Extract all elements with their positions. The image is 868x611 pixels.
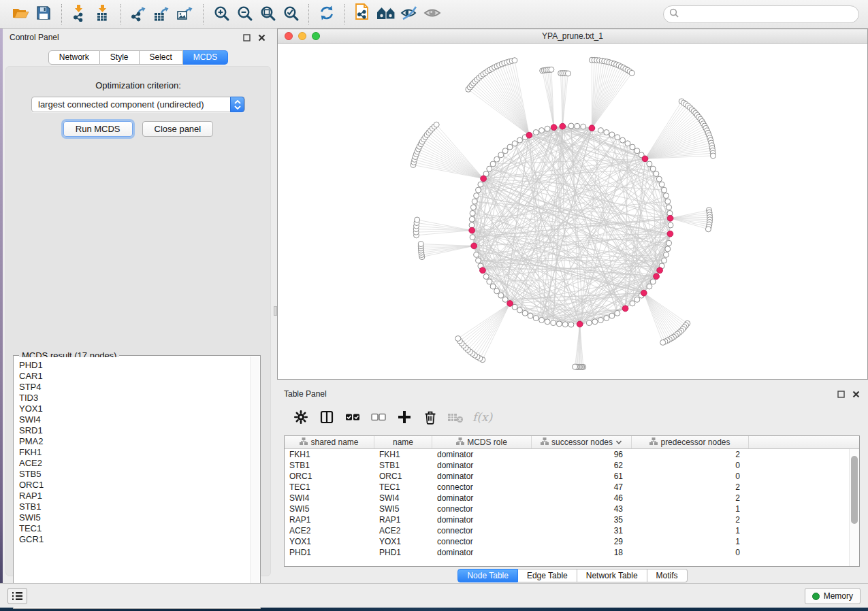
- memory-button[interactable]: Memory: [805, 588, 861, 604]
- float-panel-icon[interactable]: [241, 32, 252, 43]
- search-input[interactable]: [682, 10, 858, 19]
- table-cell[interactable]: 61: [532, 471, 632, 482]
- run-mcds-button[interactable]: Run MCDS: [63, 121, 133, 137]
- network-graph[interactable]: [278, 44, 867, 379]
- deselect-all-rows-button[interactable]: [367, 407, 389, 429]
- result-list-item[interactable]: ACE2: [19, 458, 250, 469]
- optimization-criterion-select[interactable]: largest connected component (undirected): [31, 97, 245, 112]
- result-list-item[interactable]: FKH1: [19, 447, 250, 458]
- table-cell[interactable]: 2: [632, 449, 749, 460]
- column-header-predecessor-nodes[interactable]: predecessor nodes: [632, 436, 749, 448]
- table-cell[interactable]: 46: [532, 493, 632, 503]
- table-cell[interactable]: 1: [632, 536, 749, 547]
- table-cell[interactable]: 2: [632, 514, 749, 525]
- table-cell[interactable]: dominator: [432, 493, 532, 503]
- tab-mcds[interactable]: MCDS: [183, 50, 228, 65]
- table-cell[interactable]: 29: [532, 536, 632, 547]
- close-panel-button[interactable]: Close panel: [142, 121, 214, 137]
- import-table-button[interactable]: [91, 3, 114, 25]
- table-cell[interactable]: YOX1: [374, 536, 432, 547]
- table-row[interactable]: TEC1TEC1connector472: [285, 482, 859, 493]
- table-cell[interactable]: 96: [532, 449, 632, 460]
- table-cell[interactable]: ACE2: [285, 525, 374, 536]
- result-list-item[interactable]: PMA2: [19, 436, 250, 447]
- table-row[interactable]: YOX1YOX1connector291: [285, 536, 859, 547]
- table-cell[interactable]: ORC1: [285, 471, 374, 482]
- close-window-icon[interactable]: [285, 32, 293, 40]
- table-cell[interactable]: 47: [532, 482, 632, 493]
- export-image-button[interactable]: [174, 3, 197, 25]
- new-network-button[interactable]: [351, 3, 374, 25]
- result-list-item[interactable]: TEC1: [19, 523, 250, 534]
- maximize-window-icon[interactable]: [312, 32, 320, 40]
- tab-motifs[interactable]: Motifs: [647, 569, 688, 582]
- table-cell[interactable]: 2: [632, 493, 749, 503]
- result-list-item[interactable]: YOX1: [19, 403, 250, 414]
- table-row[interactable]: ACE2ACE2connector311: [285, 525, 859, 536]
- tab-network[interactable]: Network: [48, 50, 100, 65]
- result-list-item[interactable]: STB1: [19, 501, 250, 512]
- table-cell[interactable]: RAP1: [374, 514, 432, 525]
- table-cell[interactable]: 18: [532, 547, 632, 558]
- table-row[interactable]: STB1STB1dominator620: [285, 460, 859, 471]
- find-network-button[interactable]: [374, 3, 398, 25]
- open-file-button[interactable]: [9, 3, 32, 25]
- apply-layout-button[interactable]: [315, 3, 338, 25]
- table-cell[interactable]: PHD1: [285, 547, 374, 558]
- tab-style[interactable]: Style: [100, 50, 140, 65]
- table-cell[interactable]: connector: [432, 482, 532, 493]
- table-cell[interactable]: 1: [632, 525, 749, 536]
- table-cell[interactable]: dominator: [432, 471, 532, 482]
- zoom-selected-button[interactable]: [279, 3, 302, 25]
- add-column-button[interactable]: [393, 407, 415, 429]
- zoom-fit-button[interactable]: [256, 3, 279, 25]
- show-columns-button[interactable]: [315, 407, 338, 429]
- close-table-panel-icon[interactable]: [850, 389, 861, 399]
- result-list-item[interactable]: PHD1: [19, 360, 250, 371]
- zoom-in-button[interactable]: [210, 3, 233, 25]
- table-row[interactable]: PHD1PHD1dominator180: [285, 547, 859, 558]
- result-list-item[interactable]: STB5: [19, 469, 250, 480]
- show-graphics-details-button[interactable]: [421, 3, 444, 25]
- export-network-button[interactable]: [127, 3, 150, 25]
- table-cell[interactable]: 0: [632, 460, 749, 471]
- table-cell[interactable]: FKH1: [285, 449, 374, 460]
- table-cell[interactable]: dominator: [432, 449, 532, 460]
- table-cell[interactable]: 0: [632, 547, 749, 558]
- table-cell[interactable]: connector: [432, 536, 532, 547]
- delete-column-button[interactable]: [419, 407, 441, 429]
- table-cell[interactable]: dominator: [432, 514, 532, 525]
- task-history-button[interactable]: [7, 588, 27, 604]
- result-list-item[interactable]: SWI5: [19, 512, 250, 523]
- result-list-item[interactable]: SRD1: [19, 425, 250, 436]
- table-row[interactable]: SWI5SWI5connector431: [285, 503, 859, 514]
- table-cell[interactable]: RAP1: [285, 514, 374, 525]
- import-network-button[interactable]: [68, 3, 91, 25]
- table-cell[interactable]: SWI4: [374, 493, 432, 503]
- table-cell[interactable]: SWI5: [374, 503, 432, 514]
- close-panel-icon[interactable]: [256, 32, 267, 43]
- table-cell[interactable]: STB1: [285, 460, 374, 471]
- result-list-item[interactable]: RAP1: [19, 491, 250, 501]
- network-window-titlebar[interactable]: YPA_prune.txt_1: [278, 29, 867, 44]
- float-table-panel-icon[interactable]: [835, 389, 846, 399]
- result-list-item[interactable]: SWI4: [19, 414, 250, 425]
- hide-graphics-details-button[interactable]: [398, 3, 421, 25]
- column-header-mcds-role[interactable]: MCDS role: [432, 436, 532, 448]
- table-cell[interactable]: 2: [632, 482, 749, 493]
- tab-node-table[interactable]: Node Table: [457, 569, 518, 582]
- save-session-button[interactable]: [32, 3, 55, 25]
- network-canvas[interactable]: [278, 44, 867, 379]
- table-cell[interactable]: 35: [532, 514, 632, 525]
- table-cell[interactable]: 43: [532, 503, 632, 514]
- table-row[interactable]: RAP1RAP1dominator352: [285, 514, 859, 525]
- minimize-window-icon[interactable]: [298, 32, 306, 40]
- result-list-item[interactable]: STP4: [19, 382, 250, 393]
- table-cell[interactable]: ORC1: [374, 471, 432, 482]
- column-header-name[interactable]: name: [374, 436, 432, 448]
- table-cell[interactable]: 0: [632, 471, 749, 482]
- table-cell[interactable]: FKH1: [374, 449, 432, 460]
- table-cell[interactable]: TEC1: [374, 482, 432, 493]
- table-cell[interactable]: ACE2: [374, 525, 432, 536]
- zoom-out-button[interactable]: [233, 3, 256, 25]
